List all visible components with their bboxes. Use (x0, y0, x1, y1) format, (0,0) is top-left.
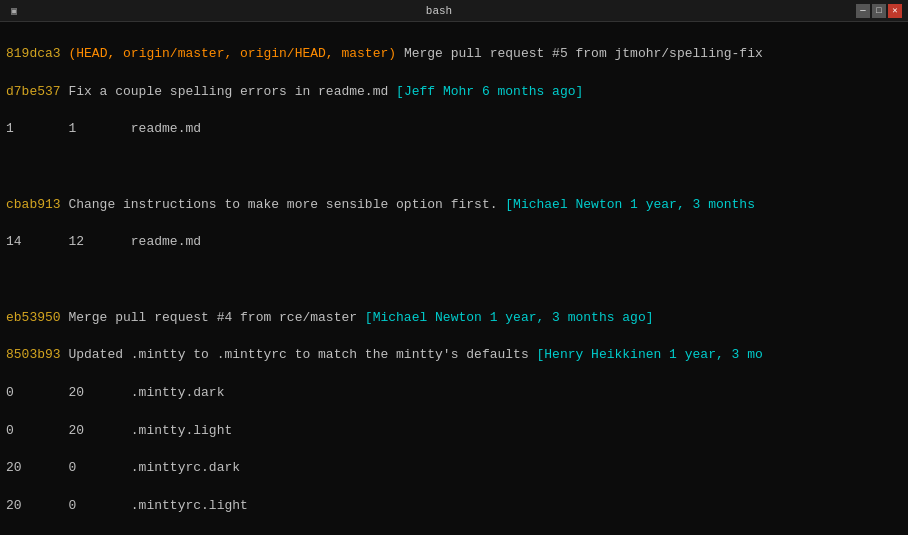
line-6: 14 12 readme.md (6, 233, 902, 252)
line-13: 20 0 .minttyrc.light (6, 497, 902, 516)
close-button[interactable]: ✕ (888, 4, 902, 18)
line-3: 1 1 readme.md (6, 120, 902, 139)
titlebar: ▣ bash ─ □ ✕ (0, 0, 908, 22)
line-10: 0 20 .mintty.dark (6, 384, 902, 403)
terminal[interactable]: 819dca3 (HEAD, origin/master, origin/HEA… (0, 22, 908, 535)
titlebar-icon: ▣ (6, 3, 22, 19)
maximize-button[interactable]: □ (872, 4, 886, 18)
line-9: 8503b93 Updated .mintty to .minttyrc to … (6, 346, 902, 365)
line-2: d7be537 Fix a couple spelling errors in … (6, 83, 902, 102)
line-4 (6, 158, 902, 177)
line-1: 819dca3 (HEAD, origin/master, origin/HEA… (6, 45, 902, 64)
line-7 (6, 271, 902, 290)
minimize-button[interactable]: ─ (856, 4, 870, 18)
line-5: cbab913 Change instructions to make more… (6, 196, 902, 215)
titlebar-controls: ─ □ ✕ (856, 4, 902, 18)
line-8: eb53950 Merge pull request #4 from rce/m… (6, 309, 902, 328)
line-12: 20 0 .minttyrc.dark (6, 459, 902, 478)
line-11: 0 20 .mintty.light (6, 422, 902, 441)
titlebar-title: bash (426, 5, 452, 17)
